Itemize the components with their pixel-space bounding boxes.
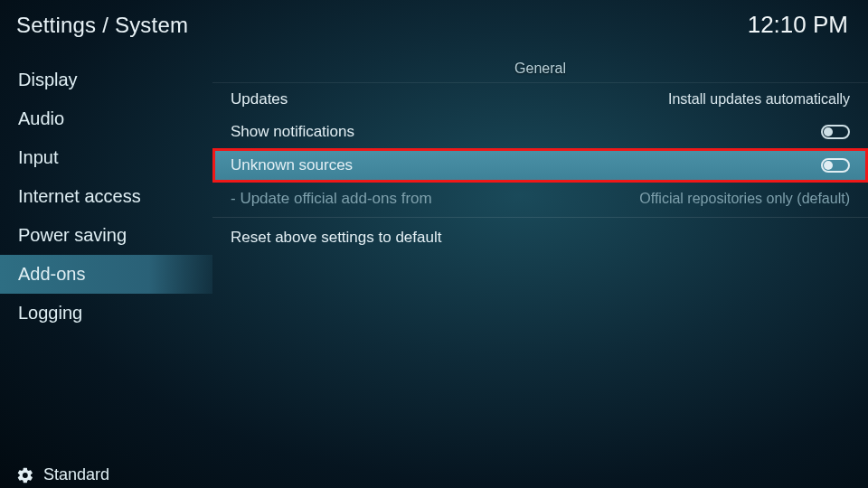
row-label: Updates [231, 90, 288, 108]
sidebar-item-add-ons[interactable]: Add-ons [0, 255, 212, 294]
sidebar-item-input[interactable]: Input [0, 138, 212, 177]
row-label: Unknown sources [231, 156, 353, 174]
row-unknown-sources[interactable]: Unknown sources [212, 148, 868, 183]
gear-icon [16, 466, 34, 484]
toggle-show-notifications[interactable] [821, 125, 850, 139]
row-value: Install updates automatically [668, 91, 850, 108]
sidebar: Display Audio Input Internet access Powe… [0, 48, 212, 488]
header: Settings / System 12:10 PM [0, 0, 868, 48]
settings-level-footer[interactable]: Standard [16, 465, 109, 484]
toggle-unknown-sources[interactable] [821, 158, 850, 173]
main-panel: General Updates Install updates automati… [212, 48, 868, 488]
row-value: Official repositories only (default) [639, 191, 850, 207]
settings-level-label: Standard [43, 465, 109, 484]
sidebar-item-power-saving[interactable]: Power saving [0, 216, 212, 255]
sidebar-item-logging[interactable]: Logging [0, 294, 212, 333]
row-reset-defaults[interactable]: Reset above settings to default [212, 217, 868, 254]
sidebar-item-internet-access[interactable]: Internet access [0, 177, 212, 216]
row-label: Reset above settings to default [231, 229, 441, 247]
content-container: Display Audio Input Internet access Powe… [0, 48, 868, 488]
sidebar-item-display[interactable]: Display [0, 61, 212, 99]
breadcrumb: Settings / System [16, 13, 188, 38]
row-label: Show notifications [231, 123, 354, 141]
row-update-official-addons-from[interactable]: - Update official add-ons from Official … [212, 183, 868, 215]
section-header-general: General [212, 57, 868, 83]
row-updates[interactable]: Updates Install updates automatically [212, 83, 868, 116]
row-label: - Update official add-ons from [231, 190, 432, 208]
clock: 12:10 PM [748, 11, 848, 39]
row-show-notifications[interactable]: Show notifications [212, 116, 868, 148]
sidebar-item-audio[interactable]: Audio [0, 99, 212, 138]
